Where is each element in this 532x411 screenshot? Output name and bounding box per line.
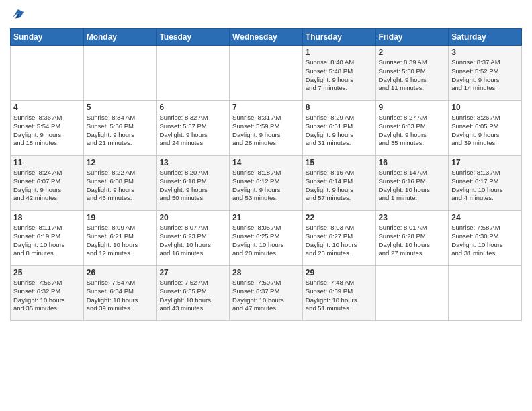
day-info: Sunrise: 7:52 AMSunset: 6:35 PMDaylight:… [159, 279, 226, 313]
day-number: 5 [87, 103, 154, 112]
day-info: Sunrise: 8:31 AMSunset: 5:59 PMDaylight:… [232, 113, 300, 148]
day-info: Sunrise: 8:39 AMSunset: 5:50 PMDaylight:… [379, 58, 446, 93]
day-info: Sunrise: 8:16 AMSunset: 6:14 PMDaylight:… [306, 169, 373, 203]
weekday-header-monday: Monday [83, 29, 157, 46]
day-number: 18 [13, 213, 81, 222]
weekday-header-wednesday: Wednesday [230, 29, 303, 46]
day-info: Sunrise: 7:58 AMSunset: 6:30 PMDaylight:… [451, 224, 519, 258]
day-info: Sunrise: 8:26 AMSunset: 6:05 PMDaylight:… [451, 113, 519, 148]
day-info: Sunrise: 8:11 AMSunset: 6:19 PMDaylight:… [13, 224, 81, 258]
day-number: 2 [379, 48, 446, 57]
calendar-cell: 28Sunrise: 7:50 AMSunset: 6:37 PMDayligh… [230, 266, 303, 321]
calendar-cell [230, 46, 303, 101]
weekday-header-thursday: Thursday [302, 29, 375, 46]
day-number: 14 [232, 158, 300, 167]
day-number: 13 [159, 158, 226, 167]
calendar-cell: 4Sunrise: 8:36 AMSunset: 5:54 PMDaylight… [11, 101, 84, 156]
day-number: 26 [87, 268, 154, 277]
day-info: Sunrise: 8:13 AMSunset: 6:17 PMDaylight:… [451, 169, 519, 203]
day-info: Sunrise: 8:34 AMSunset: 5:56 PMDaylight:… [87, 113, 154, 148]
calendar-cell: 29Sunrise: 7:48 AMSunset: 6:39 PMDayligh… [302, 266, 375, 321]
day-number: 9 [379, 103, 446, 112]
day-number: 6 [159, 103, 226, 112]
day-number: 27 [159, 268, 226, 277]
day-info: Sunrise: 8:27 AMSunset: 6:03 PMDaylight:… [379, 113, 446, 148]
day-number: 19 [87, 213, 154, 222]
header [10, 7, 522, 23]
calendar-cell: 26Sunrise: 7:54 AMSunset: 6:34 PMDayligh… [83, 266, 157, 321]
calendar-cell [11, 46, 84, 101]
day-number: 10 [451, 103, 519, 112]
day-number: 12 [87, 158, 154, 167]
week-row-2: 4Sunrise: 8:36 AMSunset: 5:54 PMDaylight… [11, 101, 522, 156]
week-row-3: 11Sunrise: 8:24 AMSunset: 6:07 PMDayligh… [11, 156, 522, 211]
day-number: 3 [451, 48, 519, 57]
calendar-cell: 10Sunrise: 8:26 AMSunset: 6:05 PMDayligh… [449, 101, 522, 156]
calendar-cell: 27Sunrise: 7:52 AMSunset: 6:35 PMDayligh… [157, 266, 230, 321]
calendar-cell: 22Sunrise: 8:03 AMSunset: 6:27 PMDayligh… [302, 211, 375, 266]
calendar-cell: 15Sunrise: 8:16 AMSunset: 6:14 PMDayligh… [302, 156, 375, 211]
calendar-cell [157, 46, 230, 101]
calendar-cell: 23Sunrise: 8:01 AMSunset: 6:28 PMDayligh… [375, 211, 449, 266]
day-info: Sunrise: 7:50 AMSunset: 6:37 PMDaylight:… [232, 279, 300, 313]
calendar-cell: 25Sunrise: 7:56 AMSunset: 6:32 PMDayligh… [11, 266, 84, 321]
day-info: Sunrise: 8:37 AMSunset: 5:52 PMDaylight:… [451, 58, 519, 93]
day-info: Sunrise: 8:14 AMSunset: 6:16 PMDaylight:… [379, 169, 446, 203]
calendar-cell: 11Sunrise: 8:24 AMSunset: 6:07 PMDayligh… [11, 156, 84, 211]
calendar: SundayMondayTuesdayWednesdayThursdayFrid… [10, 28, 522, 321]
calendar-cell: 19Sunrise: 8:09 AMSunset: 6:21 PMDayligh… [83, 211, 157, 266]
day-info: Sunrise: 8:18 AMSunset: 6:12 PMDaylight:… [232, 169, 300, 203]
day-info: Sunrise: 8:32 AMSunset: 5:57 PMDaylight:… [159, 113, 226, 148]
calendar-cell: 16Sunrise: 8:14 AMSunset: 6:16 PMDayligh… [375, 156, 449, 211]
weekday-header-friday: Friday [375, 29, 449, 46]
weekday-header-sunday: Sunday [11, 29, 84, 46]
logo-bird-icon [10, 7, 26, 23]
weekday-header-tuesday: Tuesday [157, 29, 230, 46]
day-info: Sunrise: 8:03 AMSunset: 6:27 PMDaylight:… [306, 224, 373, 258]
calendar-cell: 3Sunrise: 8:37 AMSunset: 5:52 PMDaylight… [449, 46, 522, 101]
calendar-cell: 21Sunrise: 8:05 AMSunset: 6:25 PMDayligh… [230, 211, 303, 266]
calendar-cell: 17Sunrise: 8:13 AMSunset: 6:17 PMDayligh… [449, 156, 522, 211]
day-number: 1 [306, 48, 373, 57]
day-info: Sunrise: 7:54 AMSunset: 6:34 PMDaylight:… [87, 279, 154, 313]
weekday-header-saturday: Saturday [449, 29, 522, 46]
calendar-cell: 8Sunrise: 8:29 AMSunset: 6:01 PMDaylight… [302, 101, 375, 156]
calendar-cell: 6Sunrise: 8:32 AMSunset: 5:57 PMDaylight… [157, 101, 230, 156]
calendar-cell: 24Sunrise: 7:58 AMSunset: 6:30 PMDayligh… [449, 211, 522, 266]
weekday-header-row: SundayMondayTuesdayWednesdayThursdayFrid… [11, 29, 522, 46]
day-number: 20 [159, 213, 226, 222]
calendar-cell: 1Sunrise: 8:40 AMSunset: 5:48 PMDaylight… [302, 46, 375, 101]
day-info: Sunrise: 7:48 AMSunset: 6:39 PMDaylight:… [306, 279, 373, 313]
day-number: 4 [13, 103, 81, 112]
day-number: 28 [232, 268, 300, 277]
day-info: Sunrise: 8:22 AMSunset: 6:08 PMDaylight:… [87, 169, 154, 203]
day-info: Sunrise: 8:40 AMSunset: 5:48 PMDaylight:… [306, 58, 373, 93]
day-number: 22 [306, 213, 373, 222]
calendar-cell: 5Sunrise: 8:34 AMSunset: 5:56 PMDaylight… [83, 101, 157, 156]
day-number: 23 [379, 213, 446, 222]
day-info: Sunrise: 8:01 AMSunset: 6:28 PMDaylight:… [379, 224, 446, 258]
day-info: Sunrise: 8:09 AMSunset: 6:21 PMDaylight:… [87, 224, 154, 258]
calendar-cell [375, 266, 449, 321]
week-row-5: 25Sunrise: 7:56 AMSunset: 6:32 PMDayligh… [11, 266, 522, 321]
calendar-cell: 7Sunrise: 8:31 AMSunset: 5:59 PMDaylight… [230, 101, 303, 156]
day-info: Sunrise: 7:56 AMSunset: 6:32 PMDaylight:… [13, 279, 81, 313]
day-info: Sunrise: 8:29 AMSunset: 6:01 PMDaylight:… [306, 113, 373, 148]
day-number: 21 [232, 213, 300, 222]
day-number: 25 [13, 268, 81, 277]
calendar-cell: 12Sunrise: 8:22 AMSunset: 6:08 PMDayligh… [83, 156, 157, 211]
day-number: 11 [13, 158, 81, 167]
day-number: 7 [232, 103, 300, 112]
day-number: 17 [451, 158, 519, 167]
day-number: 8 [306, 103, 373, 112]
page: SundayMondayTuesdayWednesdayThursdayFrid… [0, 0, 532, 411]
calendar-cell: 2Sunrise: 8:39 AMSunset: 5:50 PMDaylight… [375, 46, 449, 101]
calendar-cell: 13Sunrise: 8:20 AMSunset: 6:10 PMDayligh… [157, 156, 230, 211]
day-info: Sunrise: 8:05 AMSunset: 6:25 PMDaylight:… [232, 224, 300, 258]
day-info: Sunrise: 8:07 AMSunset: 6:23 PMDaylight:… [159, 224, 226, 258]
day-number: 24 [451, 213, 519, 222]
calendar-cell [83, 46, 157, 101]
calendar-cell [449, 266, 522, 321]
calendar-cell: 20Sunrise: 8:07 AMSunset: 6:23 PMDayligh… [157, 211, 230, 266]
calendar-cell: 14Sunrise: 8:18 AMSunset: 6:12 PMDayligh… [230, 156, 303, 211]
